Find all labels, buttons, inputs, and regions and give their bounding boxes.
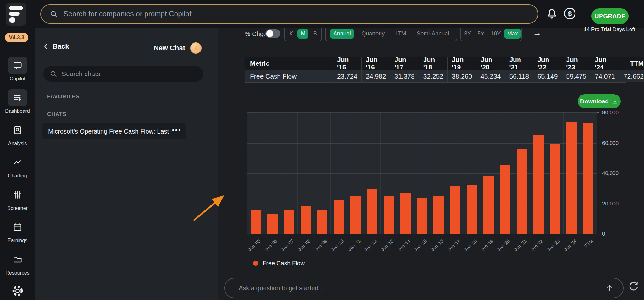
range-option-3y[interactable]: 3Y bbox=[461, 29, 474, 39]
table-cell: 24,982 bbox=[362, 70, 390, 82]
bar-jun23[interactable] bbox=[550, 144, 560, 234]
submit-question-button[interactable] bbox=[603, 282, 615, 295]
top-header: $ UPGRADE bbox=[0, 0, 644, 28]
trial-days-left: 14 Pro Trial Days Left bbox=[578, 26, 641, 33]
bar-jun24[interactable] bbox=[566, 122, 577, 234]
search-icon bbox=[50, 70, 57, 78]
bar-jun07[interactable] bbox=[284, 210, 294, 234]
sidebar-item-resources[interactable]: Resources bbox=[0, 251, 35, 276]
download-icon bbox=[612, 98, 618, 105]
sidebar-item-earnings[interactable]: Earnings bbox=[0, 218, 35, 243]
bar-jun11[interactable] bbox=[350, 196, 361, 234]
bar-ttm[interactable] bbox=[583, 123, 593, 234]
table-header-cell: Jun '24 bbox=[591, 57, 619, 70]
table-cell: 45,234 bbox=[476, 70, 505, 82]
bar-jun18[interactable] bbox=[467, 185, 477, 234]
bar-jun17[interactable] bbox=[450, 186, 460, 234]
main-content: % Chg. KMB AnnualQuarterlyLTMSemi-Annual… bbox=[218, 28, 644, 300]
bar-jun22[interactable] bbox=[533, 135, 544, 234]
period-option-annual[interactable]: Annual bbox=[330, 29, 354, 39]
bar-jun06[interactable] bbox=[267, 214, 278, 234]
global-search[interactable] bbox=[40, 4, 538, 24]
new-chat-button[interactable]: New Chat bbox=[154, 42, 202, 54]
bar-jun14[interactable] bbox=[400, 193, 411, 234]
pct-chg-label: % Chg. bbox=[245, 30, 265, 38]
period-option-quarterly[interactable]: Quarterly bbox=[358, 29, 388, 39]
scroll-right-arrow[interactable]: → bbox=[533, 28, 541, 38]
app-logo[interactable] bbox=[6, 3, 26, 26]
chat-bubble-icon bbox=[8, 57, 27, 74]
y-tick-label: 20,000 bbox=[602, 201, 634, 207]
calendar-icon bbox=[8, 218, 27, 236]
unit-option-m[interactable]: M bbox=[297, 29, 308, 39]
y-tick-mark bbox=[597, 112, 599, 113]
bar-jun20[interactable] bbox=[500, 165, 510, 234]
gridline-horizontal bbox=[247, 173, 597, 174]
period-option-ltm[interactable]: LTM bbox=[392, 29, 409, 39]
period-option-semi-annual[interactable]: Semi-Annual bbox=[414, 29, 452, 39]
table-cell: 74,071 bbox=[591, 70, 619, 82]
chat-item-menu-icon[interactable]: ••• bbox=[172, 127, 181, 134]
y-tick-label: 60,000 bbox=[602, 140, 634, 146]
bar-jun08[interactable] bbox=[301, 206, 311, 234]
refresh-icon[interactable] bbox=[628, 281, 639, 293]
nav-rail: V4.3.3 CopilotDashboardAnalysisChartingS… bbox=[0, 0, 35, 300]
y-tick-mark bbox=[597, 204, 599, 204]
plus-icon[interactable] bbox=[190, 42, 202, 54]
bar-jun13[interactable] bbox=[384, 196, 394, 234]
chat-sidebar: Back New Chat FAVORITES CHATS Microsoft'… bbox=[35, 28, 218, 300]
question-input[interactable] bbox=[239, 285, 603, 292]
upgrade-button[interactable]: UPGRADE bbox=[591, 8, 629, 24]
back-button[interactable]: Back bbox=[42, 42, 69, 51]
sidebar-item-label: Analysis bbox=[0, 141, 35, 146]
chat-search-input[interactable] bbox=[62, 70, 203, 78]
fcf-bar-chart bbox=[247, 112, 597, 234]
bar-jun15[interactable] bbox=[417, 198, 427, 234]
table-cell: 56,118 bbox=[505, 70, 533, 82]
favorites-heading: FAVORITES bbox=[47, 94, 79, 100]
table-header-cell: Jun '17 bbox=[390, 57, 419, 70]
bar-jun12[interactable] bbox=[367, 189, 377, 234]
toggle-knob bbox=[266, 30, 273, 37]
question-composer[interactable] bbox=[224, 278, 624, 298]
unit-option-k[interactable]: K bbox=[286, 29, 296, 39]
logo-bar bbox=[9, 17, 15, 23]
bar-jun21[interactable] bbox=[517, 149, 527, 234]
y-tick-mark bbox=[597, 173, 599, 173]
up-arrow-icon bbox=[605, 283, 614, 292]
bar-jun05[interactable] bbox=[251, 210, 261, 234]
chat-sidebar-header: Back New Chat bbox=[42, 42, 210, 55]
chat-search[interactable] bbox=[43, 66, 203, 82]
sidebar-item-charting[interactable]: Charting bbox=[0, 154, 35, 179]
sidebar-item-analysis[interactable]: Analysis bbox=[0, 121, 35, 146]
y-tick-label: 80,000 bbox=[602, 110, 634, 116]
sidebar-item-copilot[interactable]: Copilot bbox=[0, 57, 35, 82]
download-button[interactable]: Download bbox=[578, 94, 621, 108]
bar-jun19[interactable] bbox=[483, 176, 494, 234]
range-option-max[interactable]: Max bbox=[504, 29, 521, 39]
unit-option-b[interactable]: B bbox=[310, 29, 320, 39]
currency-coin-icon[interactable]: $ bbox=[563, 7, 576, 20]
notifications-bell-icon[interactable] bbox=[546, 8, 558, 20]
metric-table: MetricJun '15Jun '16Jun '17Jun '18Jun '1… bbox=[245, 57, 626, 83]
chat-list-item[interactable]: Microsoft's Operating Free Cash Flow: La… bbox=[42, 123, 186, 139]
bar-jun09[interactable] bbox=[317, 210, 327, 234]
y-tick-mark bbox=[597, 234, 599, 234]
sidebar-item-label: Resources bbox=[0, 270, 35, 276]
table-header-cell: Jun '16 bbox=[362, 57, 390, 70]
new-chat-label: New Chat bbox=[154, 44, 185, 52]
period-segmented-control: AnnualQuarterlyLTMSemi-Annual bbox=[325, 28, 457, 41]
bar-jun10[interactable] bbox=[334, 200, 344, 234]
pct-chg-toggle[interactable] bbox=[265, 29, 280, 38]
range-option-5y[interactable]: 5Y bbox=[474, 29, 487, 39]
sidebar-item-dashboard[interactable]: Dashboard bbox=[0, 89, 35, 114]
table-cell: 59,475 bbox=[562, 70, 591, 82]
sidebar-item-screener[interactable]: Screener bbox=[0, 186, 35, 211]
bar-jun16[interactable] bbox=[433, 196, 444, 234]
range-option-10y[interactable]: 10Y bbox=[488, 29, 504, 39]
search-icon bbox=[50, 10, 58, 18]
table-header-cell: Jun '15 bbox=[333, 57, 362, 70]
settings-gear-icon[interactable] bbox=[12, 285, 24, 298]
table-header-metric: Metric bbox=[245, 57, 333, 70]
global-search-input[interactable] bbox=[64, 10, 538, 18]
